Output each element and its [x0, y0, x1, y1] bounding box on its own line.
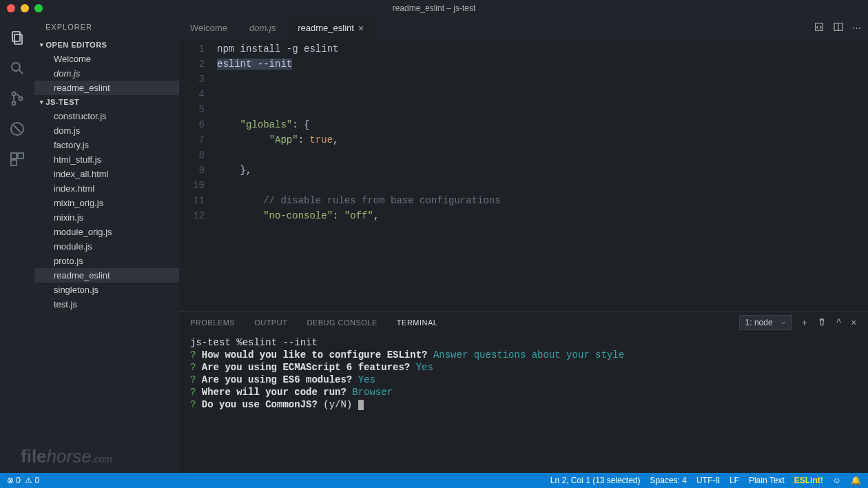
svg-rect-1 — [14, 34, 22, 44]
svg-point-5 — [12, 102, 16, 105]
warnings-count[interactable]: ⚠ 0 — [25, 476, 39, 485]
svg-point-6 — [19, 97, 23, 101]
encoding[interactable]: UTF-8 — [696, 476, 720, 485]
panel-tab-terminal[interactable]: TERMINAL — [397, 318, 438, 327]
project-folder-header[interactable]: ▾JS-TEST — [34, 95, 179, 109]
close-window-button[interactable] — [7, 4, 15, 12]
file-tree-item[interactable]: mixin_orig.js — [34, 196, 179, 210]
errors-count[interactable]: ⊗ 0 — [7, 476, 21, 485]
open-editors-list: Welcome dom.js readme_eslint — [34, 52, 179, 95]
language-mode[interactable]: Plain Text — [749, 476, 785, 485]
file-tree-item[interactable]: dom.js — [34, 123, 179, 138]
close-tab-icon[interactable]: × — [358, 23, 364, 34]
split-editor-icon[interactable] — [833, 21, 844, 34]
notifications-icon[interactable]: 🔔 — [851, 476, 861, 485]
main-layout: EXPLORER ▾OPEN EDITORS Welcome dom.js re… — [0, 16, 868, 473]
tab-domjs[interactable]: dom.js — [238, 16, 287, 40]
svg-rect-9 — [11, 153, 17, 159]
text-editor[interactable]: 123456789101112 npm install -g eslintesl… — [179, 40, 868, 311]
svg-rect-12 — [816, 23, 823, 31]
svg-point-2 — [12, 63, 20, 71]
file-tree-item[interactable]: index_all.html — [34, 167, 179, 181]
extensions-activity-icon[interactable] — [8, 150, 27, 169]
file-tree-item[interactable]: factory.js — [34, 138, 179, 152]
terminal-output[interactable]: js-test %eslint --init? How would you li… — [179, 334, 868, 473]
file-tree-item[interactable]: module.js — [34, 239, 179, 254]
debug-activity-icon[interactable] — [8, 119, 27, 139]
source-control-activity-icon[interactable] — [8, 89, 27, 108]
explorer-activity-icon[interactable] — [8, 28, 27, 48]
search-activity-icon[interactable] — [8, 59, 27, 78]
svg-rect-10 — [18, 153, 23, 159]
file-tree-item[interactable]: html_stuff.js — [34, 152, 179, 167]
feedback-icon[interactable]: ☺ — [833, 476, 841, 485]
chevron-down-icon: ▾ — [40, 41, 44, 48]
line-number-gutter: 123456789101112 — [179, 40, 217, 311]
svg-line-3 — [19, 70, 23, 74]
open-editor-item[interactable]: dom.js — [34, 66, 179, 81]
kill-terminal-icon[interactable] — [817, 317, 827, 329]
eslint-status[interactable]: ESLint! — [794, 476, 823, 485]
status-bar: ⊗ 0 ⚠ 0 Ln 2, Col 1 (13 selected) Spaces… — [0, 473, 868, 488]
svg-line-8 — [14, 125, 21, 132]
tab-welcome[interactable]: Welcome — [179, 16, 238, 40]
explorer-title: EXPLORER — [34, 16, 179, 38]
editor-actions: ⋯ — [814, 16, 868, 40]
panel-tab-output[interactable]: OUTPUT — [254, 318, 287, 327]
file-tree-item[interactable]: constructor.js — [34, 109, 179, 123]
file-tree-item[interactable]: proto.js — [34, 254, 179, 268]
panel-tab-problems[interactable]: PROBLEMS — [190, 318, 235, 327]
svg-rect-0 — [12, 32, 20, 41]
indentation[interactable]: Spaces: 4 — [650, 476, 687, 485]
close-panel-icon[interactable]: × — [851, 317, 857, 328]
terminal-selector[interactable]: 1: node — [739, 315, 792, 330]
cursor-position[interactable]: Ln 2, Col 1 (13 selected) — [550, 476, 641, 485]
activity-bar — [0, 16, 34, 473]
minimize-window-button[interactable] — [21, 4, 29, 12]
bottom-panel: PROBLEMS OUTPUT DEBUG CONSOLE TERMINAL 1… — [179, 311, 868, 473]
file-tree-item[interactable]: mixin.js — [34, 210, 179, 225]
file-tree-item[interactable]: singleton.js — [34, 283, 179, 297]
panel-tab-debug-console[interactable]: DEBUG CONSOLE — [307, 318, 377, 327]
more-actions-icon[interactable]: ⋯ — [852, 23, 861, 33]
editor-area: Welcome dom.js readme_eslint× ⋯ 12345678… — [179, 16, 868, 473]
open-editor-item[interactable]: readme_eslint — [34, 81, 179, 95]
tab-readme-eslint[interactable]: readme_eslint× — [287, 16, 375, 40]
panel-tabs: PROBLEMS OUTPUT DEBUG CONSOLE TERMINAL 1… — [179, 312, 868, 334]
maximize-window-button[interactable] — [34, 4, 43, 12]
explorer-sidebar: EXPLORER ▾OPEN EDITORS Welcome dom.js re… — [34, 16, 179, 473]
titlebar: readme_eslint – js-test — [0, 0, 868, 16]
svg-rect-11 — [11, 160, 17, 165]
chevron-down-icon: ▾ — [40, 99, 44, 105]
terminal-cursor — [358, 400, 364, 410]
project-file-list: constructor.jsdom.jsfactory.jshtml_stuff… — [34, 109, 179, 312]
open-editors-header[interactable]: ▾OPEN EDITORS — [34, 38, 179, 52]
file-tree-item[interactable]: module_orig.js — [34, 225, 179, 239]
compare-changes-icon[interactable] — [814, 21, 825, 34]
window-title: readme_eslint – js-test — [393, 3, 476, 13]
code-content[interactable]: npm install -g eslinteslint --init "glob… — [217, 40, 868, 311]
terminal-select[interactable]: 1: node — [739, 315, 792, 330]
file-tree-item[interactable]: readme_eslint — [34, 268, 179, 283]
open-editor-item[interactable]: Welcome — [34, 52, 179, 66]
editor-tabs: Welcome dom.js readme_eslint× ⋯ — [179, 16, 868, 40]
eol[interactable]: LF — [730, 476, 739, 485]
svg-point-4 — [12, 92, 16, 96]
file-tree-item[interactable]: index.html — [34, 181, 179, 196]
new-terminal-icon[interactable]: + — [802, 317, 808, 328]
file-tree-item[interactable]: test.js — [34, 297, 179, 312]
window-controls — [0, 4, 43, 12]
maximize-panel-icon[interactable]: ^ — [836, 317, 841, 328]
